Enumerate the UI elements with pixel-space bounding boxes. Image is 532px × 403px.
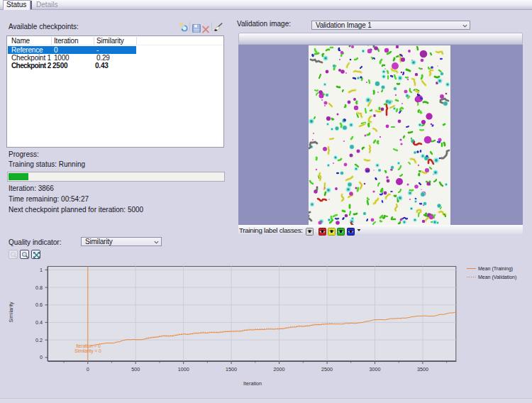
svg-text:0.4: 0.4 [35, 319, 43, 326]
svg-text:0.6: 0.6 [35, 302, 43, 308]
svg-text:Iteration: Iteration [243, 380, 262, 387]
svg-text:3500: 3500 [417, 366, 428, 372]
svg-text:1500: 1500 [226, 366, 237, 372]
svg-text:1000: 1000 [178, 366, 189, 372]
svg-text:2000: 2000 [274, 366, 285, 372]
svg-text:500: 500 [131, 366, 140, 372]
svg-text:Mean (Training): Mean (Training) [478, 266, 513, 272]
svg-text:Iteration = 0: Iteration = 0 [76, 343, 101, 348]
svg-text:Similarity = 0: Similarity = 0 [74, 348, 101, 354]
svg-text:0: 0 [40, 354, 43, 360]
svg-text:1: 1 [40, 267, 43, 273]
svg-text:0.8: 0.8 [35, 285, 43, 291]
svg-text:0.2: 0.2 [35, 337, 43, 343]
svg-text:2500: 2500 [321, 366, 333, 372]
svg-text:3000: 3000 [370, 366, 381, 372]
svg-text:Mean (Validation): Mean (Validation) [478, 275, 516, 280]
svg-text:Similarity: Similarity [8, 302, 14, 323]
svg-text:0: 0 [87, 366, 89, 372]
